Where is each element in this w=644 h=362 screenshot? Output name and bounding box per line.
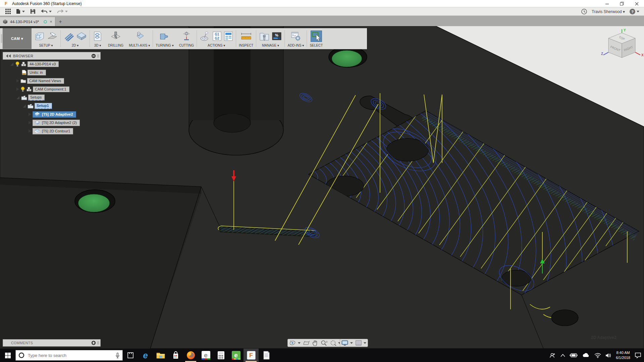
user-account-button[interactable]: Travis Sherwood ▾ <box>592 9 625 14</box>
viewport-canvas[interactable]: 2D Adaptive2 CAM ▾ SETUP ▾ 2D ▾ <box>0 26 644 349</box>
ribbon-group-label[interactable]: ADD-INS ▾ <box>287 44 304 47</box>
calculator-taskbar-icon[interactable] <box>213 349 228 362</box>
file-explorer-taskbar-icon[interactable] <box>153 349 168 362</box>
tree-row-selected[interactable]: [T5] 2D Adaptive2 <box>3 110 101 118</box>
ribbon-group-label[interactable]: SELECT <box>310 44 323 47</box>
restore-button[interactable] <box>614 0 629 7</box>
onedrive-cloud-icon[interactable] <box>582 353 590 358</box>
tree-row[interactable]: Setups <box>3 94 101 102</box>
new-setup-icon[interactable] <box>34 31 45 41</box>
look-at-button[interactable] <box>303 340 310 346</box>
store-taskbar-icon[interactable] <box>168 349 183 362</box>
measure-icon[interactable] <box>240 31 252 41</box>
tree-row[interactable]: [T5] 2D Adaptive2 (2) <box>3 119 101 127</box>
drill-icon[interactable] <box>110 31 121 41</box>
view-cube[interactable]: Y TOP FRONT RIGHT Z X <box>600 28 644 69</box>
people-icon[interactable] <box>549 352 556 358</box>
tree-label[interactable]: Units: in <box>28 70 46 75</box>
operation[interactable]: [T5] 2D Contour1 <box>33 128 73 134</box>
save-button[interactable] <box>30 9 36 14</box>
addins-icon[interactable] <box>290 31 301 41</box>
expanded-arrow-icon[interactable] <box>15 95 20 100</box>
ribbon-group-label[interactable]: DRILLING <box>108 44 123 47</box>
tree-label[interactable]: 44-130-P014 v3 <box>28 61 59 67</box>
simulate-icon[interactable] <box>200 31 210 41</box>
select-tool-button[interactable] <box>311 31 322 42</box>
app-e-gray-taskbar-icon[interactable]: e <box>198 349 213 362</box>
visibility-bulb-icon[interactable] <box>15 61 20 67</box>
workspace-switcher-cam[interactable]: CAM ▾ <box>3 28 32 49</box>
close-button[interactable] <box>629 0 644 7</box>
setup-from-stock-icon[interactable] <box>47 31 58 41</box>
collapsed-arrow-icon[interactable] <box>28 129 32 133</box>
battery-icon[interactable] <box>570 353 578 358</box>
action-center-icon[interactable] <box>635 352 641 358</box>
notepad-taskbar-icon[interactable] <box>259 349 274 362</box>
cutting-icon[interactable] <box>181 31 192 41</box>
tray-expand-chevron-icon[interactable] <box>560 354 565 357</box>
new-tab-button[interactable]: + <box>55 17 65 26</box>
tool-library-icon[interactable] <box>259 31 270 41</box>
expanded-arrow-icon[interactable] <box>22 104 26 108</box>
ribbon-group-label[interactable]: 2D ▾ <box>72 44 79 47</box>
collapse-panel-icon[interactable] <box>6 54 11 58</box>
clock-date-display[interactable]: 8:40 AM 6/1/2018 <box>616 350 630 360</box>
post-process-icon[interactable]: G1G2 <box>212 31 222 41</box>
3d-pocket-icon[interactable] <box>93 31 103 41</box>
taskbar-search[interactable] <box>15 350 123 361</box>
display-settings-button[interactable] <box>341 340 353 346</box>
collapsed-arrow-icon[interactable] <box>28 120 32 125</box>
collapsed-arrow-icon[interactable] <box>15 78 19 83</box>
2d-face-icon[interactable] <box>76 31 87 41</box>
tree-row[interactable]: [T5] 2D Contour1 <box>3 127 101 135</box>
ribbon-group-label[interactable]: TURNING ▾ <box>156 44 173 47</box>
tree-label[interactable]: Setups <box>28 95 45 101</box>
volume-icon[interactable] <box>605 353 611 358</box>
microphone-icon[interactable] <box>115 353 120 358</box>
ribbon-group-label[interactable]: CUTTING <box>179 44 194 47</box>
search-input[interactable] <box>27 353 113 358</box>
start-button[interactable] <box>0 349 15 362</box>
task-view-button[interactable] <box>123 349 138 362</box>
zoom-button[interactable]: ± <box>321 340 327 346</box>
fusion360-taskbar-icon[interactable]: F <box>244 349 259 362</box>
firefox-taskbar-icon[interactable] <box>183 349 198 362</box>
tree-label[interactable]: Setup1 <box>35 103 52 109</box>
ribbon-group-label[interactable]: SETUP ▾ <box>39 44 53 47</box>
comments-bar[interactable]: COMMENTS <box>3 339 101 347</box>
add-comment-icon[interactable] <box>91 341 96 345</box>
comments-drag-handle[interactable] <box>97 341 99 345</box>
zoom-window-button[interactable] <box>330 340 341 346</box>
grid-settings-button[interactable] <box>356 340 366 346</box>
2d-adaptive-icon[interactable] <box>63 31 74 41</box>
turning-icon[interactable] <box>159 31 170 41</box>
multiaxis-icon[interactable] <box>134 31 145 41</box>
ribbon-group-label[interactable]: INSPECT <box>239 44 253 47</box>
tree-row[interactable]: Setup1 <box>3 102 101 110</box>
task-manager-icon[interactable]: % <box>272 31 282 41</box>
pan-button[interactable] <box>313 340 318 346</box>
redo-button[interactable] <box>57 9 68 14</box>
ribbon-group-label[interactable]: 3D ▾ <box>94 44 101 47</box>
tree-label[interactable]: CAM Component:1 <box>33 86 69 92</box>
expanded-arrow-icon[interactable] <box>9 62 14 66</box>
operation[interactable]: [T5] 2D Adaptive2 (2) <box>33 120 80 126</box>
ribbon-grip-handle[interactable] <box>0 28 3 49</box>
tree-row[interactable]: CAM Component:1 <box>3 85 101 93</box>
tree-row[interactable]: Units: in <box>3 68 101 76</box>
collapsed-arrow-icon[interactable] <box>15 87 19 92</box>
app-grid-icon[interactable] <box>5 9 11 14</box>
document-tab[interactable]: 44-130-P014 v3* × <box>0 17 55 26</box>
panel-minimize-icon[interactable] <box>91 54 96 58</box>
wifi-icon[interactable] <box>594 353 601 358</box>
tree-label[interactable]: CAM Named Views <box>27 78 64 84</box>
tree-row[interactable]: 44-130-P014 v3 <box>3 60 101 68</box>
job-status-clock-icon[interactable] <box>581 9 587 14</box>
undo-button[interactable] <box>41 9 52 14</box>
tree-row[interactable]: CAM Named Views <box>3 77 101 85</box>
selected-operation[interactable]: [T5] 2D Adaptive2 <box>33 111 76 118</box>
ribbon-group-label[interactable]: MULTI-AXIS ▾ <box>129 44 150 47</box>
ribbon-group-label[interactable]: MANAGE ▾ <box>262 44 279 47</box>
ribbon-group-label[interactable]: ACTIONS ▾ <box>208 44 225 47</box>
collapsed-arrow-icon[interactable] <box>28 112 32 117</box>
